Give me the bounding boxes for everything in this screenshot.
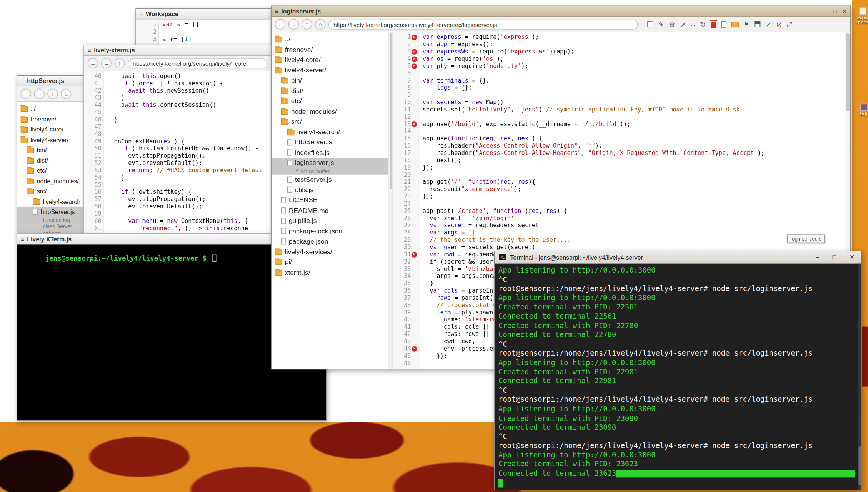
workspace-titlebar[interactable]: ≡ Workspace: [136, 9, 270, 20]
new-folder-icon[interactable]: [731, 22, 738, 27]
tree-item[interactable]: etc/: [17, 166, 86, 176]
back-button[interactable]: ←: [21, 89, 32, 100]
graph-icon[interactable]: ∴: [691, 20, 695, 28]
brush-icon[interactable]: ✎: [658, 20, 664, 28]
close-button[interactable]: ✕: [842, 8, 847, 14]
tree-item[interactable]: lively4-services/: [272, 246, 388, 257]
menu-icon[interactable]: ≡: [88, 47, 91, 53]
line-number-text: 49: [94, 138, 101, 145]
folder-icon: [281, 109, 288, 115]
sidebar-scrollbar[interactable]: [388, 32, 393, 369]
scrollbar-thumb[interactable]: [846, 33, 850, 111]
tree-item[interactable]: lively4-server/: [272, 65, 388, 75]
tree-item[interactable]: xterm.js/: [272, 267, 388, 278]
trash-icon[interactable]: [711, 22, 716, 28]
tree-item[interactable]: httpServer.js: [272, 137, 388, 148]
gears-icon[interactable]: ⚙: [669, 20, 675, 28]
back-button[interactable]: ←: [88, 58, 98, 69]
tree-item[interactable]: httpServer.jsfunction logclass Serveropt…: [17, 207, 86, 236]
desktop-icon[interactable]: wased up data: [855, 7, 868, 25]
refresh-icon[interactable]: ↻: [700, 20, 706, 28]
forward-button[interactable]: →: [101, 58, 112, 69]
terminal-output[interactable]: App listening to http://0.0.0.0:3000^Cro…: [495, 264, 861, 490]
select-mode-icon[interactable]: [647, 21, 653, 27]
tree-item[interactable]: freenove/: [17, 114, 86, 124]
tree-item[interactable]: LICENSE: [272, 195, 388, 205]
back-button[interactable]: ←: [275, 19, 286, 30]
tree-item[interactable]: pi/: [272, 257, 388, 267]
tree-item[interactable]: loginserver.jsfunction buffer: [272, 158, 388, 174]
tree-item[interactable]: lively4-server/: [17, 135, 86, 145]
loginserver-titlebar[interactable]: ≡ loginserver.js – □ ✕: [272, 6, 850, 17]
home-button[interactable]: ⌂: [61, 89, 72, 100]
tree-item[interactable]: bin/: [272, 75, 388, 86]
save-icon[interactable]: [755, 21, 761, 27]
line-number: 45: [393, 352, 419, 359]
terminal-text: root@sensorpi:/home/jens/lively4/lively4…: [498, 284, 813, 294]
menu-icon[interactable]: ≡: [21, 78, 24, 84]
minimize-button[interactable]: –: [825, 8, 828, 14]
code-line: 16 res.header("Access-Control-Allow-Orig…: [393, 142, 845, 150]
tree-item[interactable]: node_modules/: [272, 106, 388, 116]
menu-icon[interactable]: ≡: [275, 8, 278, 14]
window-controls: – □ ✕: [816, 254, 857, 261]
tree-item[interactable]: etc/: [272, 96, 388, 106]
terminal-scrollbar[interactable]: [858, 264, 861, 490]
tree-item[interactable]: dist/: [272, 86, 388, 96]
url-input[interactable]: https://lively-kernel.org/sensorpi/livel…: [328, 19, 638, 29]
tree-item[interactable]: lively4-core/: [272, 55, 388, 65]
line-number: 44: [84, 101, 103, 109]
tree-item[interactable]: README.md: [272, 205, 388, 216]
forward-button[interactable]: →: [34, 89, 45, 100]
menu-icon[interactable]: ≡: [139, 11, 143, 17]
tree-item[interactable]: utils.js: [272, 185, 388, 195]
code-editor[interactable]: 40 await this.open()41 if (force || !thi…: [84, 71, 271, 234]
tree-item[interactable]: ../: [272, 34, 388, 44]
minimize-button[interactable]: –: [816, 254, 819, 261]
tree-item[interactable]: package-lock.json: [272, 226, 388, 236]
flag-icon[interactable]: ⚑: [743, 20, 750, 28]
new-file-icon[interactable]: [721, 21, 726, 27]
tree-item[interactable]: bin/: [17, 145, 86, 155]
tree-item[interactable]: ../: [17, 104, 86, 114]
window-lively-xterm-editor[interactable]: ≡ lively-xterm.js ← → ↑ https://lively-k…: [83, 45, 272, 234]
tree-item[interactable]: testServer.js: [272, 175, 388, 185]
home-button[interactable]: ⌂: [315, 19, 326, 30]
file-tree[interactable]: ../freenove/lively4-core/lively4-server/…: [17, 102, 86, 236]
window-terminal[interactable]: >_ Terminal - jens@sensorpi: ~/lively4/l…: [494, 251, 862, 490]
tree-item[interactable]: lively4-core/: [17, 124, 86, 135]
desktop-icon[interactable]: long: [856, 104, 868, 116]
window-httpserver[interactable]: ≡ httpServer.js ← → ↑ ⌂ ../freenove/live…: [17, 75, 86, 237]
terminal-titlebar[interactable]: >_ Terminal - jens@sensorpi: ~/lively4/l…: [495, 251, 861, 264]
code-line: 40 await this.open(): [84, 72, 271, 80]
maximize-button[interactable]: □: [833, 254, 836, 261]
open-external-icon[interactable]: ↗: [680, 20, 686, 28]
forward-button[interactable]: →: [288, 19, 299, 30]
url-input[interactable]: https://lively-kernel.org/sensorpi/livel…: [128, 58, 268, 68]
tree-item[interactable]: node_modules/: [17, 176, 86, 186]
menu-icon[interactable]: ≡: [21, 236, 24, 242]
tree-item[interactable]: src/: [17, 186, 86, 196]
tree-item[interactable]: gulpfile.js: [272, 216, 388, 226]
tree-item[interactable]: freenove/: [272, 44, 388, 55]
scrollbar-thumb[interactable]: [859, 446, 861, 485]
tree-item[interactable]: package.json: [272, 236, 388, 247]
tree-item[interactable]: src/: [272, 116, 388, 127]
up-button[interactable]: ↑: [302, 19, 312, 30]
up-button[interactable]: ↑: [47, 89, 58, 100]
lively-xterm-titlebar[interactable]: ≡ lively-xterm.js: [84, 45, 271, 56]
cancel-icon[interactable]: ⊘: [776, 20, 782, 28]
maximize-button[interactable]: □: [833, 8, 837, 14]
tree-item[interactable]: indexfiles.js: [272, 147, 388, 158]
up-button[interactable]: ↑: [114, 58, 125, 69]
httpserver-titlebar[interactable]: ≡ httpServer.js: [17, 76, 86, 86]
scrollbar-thumb[interactable]: [390, 33, 392, 189]
file-icon: [281, 208, 286, 214]
accept-icon[interactable]: ✓: [766, 20, 771, 28]
file-tree[interactable]: ../freenove/lively4-core/lively4-server/…: [272, 32, 388, 369]
tree-item[interactable]: lively4-search/: [272, 127, 388, 137]
tree-item[interactable]: dist/: [17, 155, 86, 166]
fullscreen-icon[interactable]: ⤢: [787, 20, 792, 28]
tree-item[interactable]: lively4-search: [17, 196, 86, 207]
close-button[interactable]: ✕: [850, 254, 855, 261]
